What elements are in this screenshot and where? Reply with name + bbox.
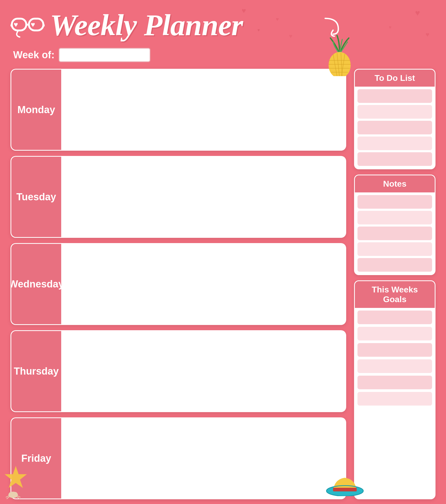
todo-row-3[interactable] [357,121,432,134]
goals-row-2[interactable] [357,327,432,340]
notes-row-5[interactable] [357,258,432,272]
goals-title: This Weeks Goals [372,285,418,304]
goals-rows [355,308,435,408]
days-column: Monday Tuesday Wednesday [11,69,346,499]
todo-row-1[interactable] [357,89,432,103]
todo-row-2[interactable] [357,105,432,119]
notes-panel: Notes [354,175,435,275]
svg-point-27 [14,492,17,495]
goals-row-4[interactable] [357,359,432,373]
notes-row-4[interactable] [357,242,432,256]
page-title: Weekly Planner [50,8,243,43]
svg-point-26 [9,492,12,495]
todo-header: To Do List [355,70,435,87]
thursday-label: Thursday [14,366,59,377]
todo-rows [355,87,435,169]
svg-marker-24 [5,466,27,488]
svg-text:♥: ♥ [14,20,18,29]
week-of-input[interactable] [59,48,151,62]
thursday-content[interactable] [61,331,345,411]
goals-row-3[interactable] [357,343,432,357]
goals-row-1[interactable] [357,311,432,324]
goals-row-6[interactable] [357,392,432,406]
tuesday-card: Tuesday [11,156,346,238]
tuesday-label: Tuesday [16,191,56,203]
wednesday-label: Wednesday [11,279,64,290]
svg-text:♥: ♥ [31,20,35,29]
tuesday-content[interactable] [61,157,345,237]
goals-panel: This Weeks Goals [354,280,435,499]
notes-row-1[interactable] [357,195,432,209]
thursday-card: Thursday [11,330,346,412]
wednesday-card: Wednesday [11,243,346,325]
hat-decoration [325,472,365,496]
wednesday-label-box: Wednesday [11,244,61,324]
monday-label-box: Monday [11,70,61,150]
main-layout: Monday Tuesday Wednesday [11,69,435,499]
page-header: ♥ ♥ Weekly Planner [11,8,435,43]
goals-row-5[interactable] [357,376,432,389]
notes-rows [355,192,435,274]
heart-glasses-icon: ♥ ♥ [11,15,45,38]
svg-rect-33 [333,488,357,491]
week-of-label: Week of: [13,49,55,61]
monday-card: Monday [11,69,346,151]
todo-row-4[interactable] [357,136,432,150]
beach-decoration [0,452,42,504]
notes-title: Notes [383,179,407,188]
notes-header: Notes [355,175,435,192]
monday-content[interactable] [61,70,345,150]
week-of-row: Week of: [13,48,435,62]
goals-header: This Weeks Goals [355,281,435,308]
pineapple-decoration [323,34,357,76]
friday-card: Friday [11,417,346,499]
monday-label: Monday [17,104,55,116]
notes-row-3[interactable] [357,227,432,240]
todo-title: To Do List [375,73,415,83]
todo-row-5[interactable] [357,152,432,166]
thursday-label-box: Thursday [11,331,61,411]
wednesday-content[interactable] [61,244,345,324]
tuesday-label-box: Tuesday [11,157,61,237]
notes-row-2[interactable] [357,211,432,224]
right-column: To Do List Notes [354,69,435,499]
friday-content[interactable] [61,418,345,498]
todo-panel: To Do List [354,69,435,169]
